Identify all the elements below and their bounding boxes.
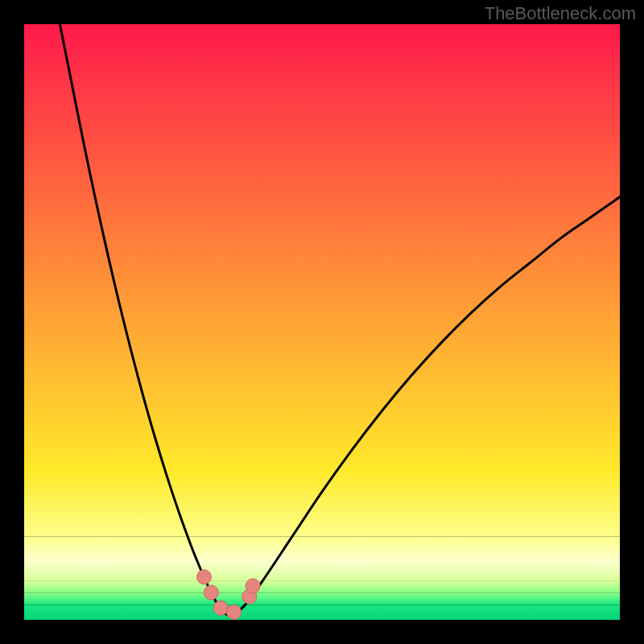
plot-area — [24, 24, 620, 620]
watermark: TheBottleneck.com — [485, 3, 636, 24]
curve-marker — [246, 579, 260, 593]
curve-marker — [204, 585, 218, 600]
gradient-band — [24, 24, 620, 471]
gradient-band — [24, 536, 620, 560]
chart-svg — [24, 24, 620, 620]
gradient-band — [24, 471, 620, 536]
gradient-band — [24, 560, 620, 581]
curve-marker — [196, 570, 211, 584]
chart-frame: TheBottleneck.com — [0, 0, 644, 644]
curve-marker — [213, 601, 228, 615]
curve-marker — [226, 605, 241, 619]
gradient-band — [24, 581, 620, 593]
gradient-band — [24, 605, 620, 621]
gradient-band — [24, 593, 620, 605]
